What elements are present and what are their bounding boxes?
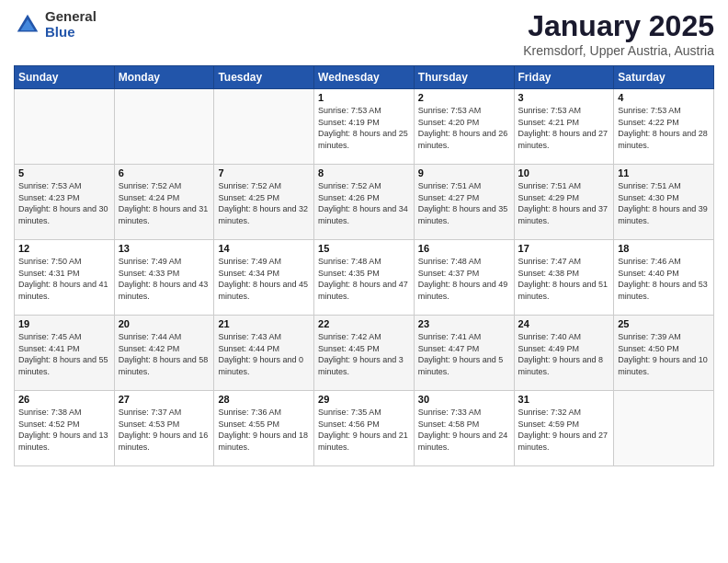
day-detail-30: Sunrise: 7:33 AM Sunset: 4:58 PM Dayligh… (418, 407, 510, 453)
day-detail-7: Sunrise: 7:52 AM Sunset: 4:25 PM Dayligh… (218, 180, 310, 226)
day-num-22: 22 (318, 318, 410, 329)
cell-w5-d2: 28Sunrise: 7:36 AM Sunset: 4:55 PM Dayli… (214, 391, 314, 466)
cell-w5-d3: 29Sunrise: 7:35 AM Sunset: 4:56 PM Dayli… (314, 391, 415, 466)
day-num-9: 9 (418, 167, 510, 178)
cell-w1-d0 (15, 89, 115, 165)
day-detail-10: Sunrise: 7:51 AM Sunset: 4:29 PM Dayligh… (518, 180, 610, 226)
day-num-27: 27 (119, 394, 210, 405)
day-num-25: 25 (618, 318, 710, 329)
cell-w4-d0: 19Sunrise: 7:45 AM Sunset: 4:41 PM Dayli… (15, 316, 115, 391)
cell-w2-d5: 10Sunrise: 7:51 AM Sunset: 4:29 PM Dayli… (514, 165, 614, 240)
cell-w5-d4: 30Sunrise: 7:33 AM Sunset: 4:58 PM Dayli… (414, 391, 514, 466)
day-num-21: 21 (218, 318, 310, 329)
col-monday: Monday (114, 66, 214, 89)
cell-w2-d0: 5Sunrise: 7:53 AM Sunset: 4:23 PM Daylig… (15, 165, 115, 240)
day-detail-28: Sunrise: 7:36 AM Sunset: 4:55 PM Dayligh… (218, 407, 310, 453)
day-detail-23: Sunrise: 7:41 AM Sunset: 4:47 PM Dayligh… (418, 331, 510, 377)
day-detail-25: Sunrise: 7:39 AM Sunset: 4:50 PM Dayligh… (618, 331, 710, 377)
day-num-18: 18 (618, 243, 710, 254)
calendar-header-row: Sunday Monday Tuesday Wednesday Thursday… (15, 66, 714, 89)
day-detail-9: Sunrise: 7:51 AM Sunset: 4:27 PM Dayligh… (418, 180, 510, 226)
day-detail-31: Sunrise: 7:32 AM Sunset: 4:59 PM Dayligh… (518, 407, 610, 453)
day-num-31: 31 (518, 394, 610, 405)
day-detail-8: Sunrise: 7:52 AM Sunset: 4:26 PM Dayligh… (318, 180, 410, 226)
day-detail-18: Sunrise: 7:46 AM Sunset: 4:40 PM Dayligh… (618, 256, 710, 302)
week-row-1: 1Sunrise: 7:53 AM Sunset: 4:19 PM Daylig… (15, 89, 714, 165)
day-detail-19: Sunrise: 7:45 AM Sunset: 4:41 PM Dayligh… (18, 331, 110, 377)
day-detail-20: Sunrise: 7:44 AM Sunset: 4:42 PM Dayligh… (119, 331, 210, 377)
col-sunday: Sunday (15, 66, 115, 89)
day-num-15: 15 (318, 243, 410, 254)
logo-icon (14, 11, 41, 39)
cell-w3-d2: 14Sunrise: 7:49 AM Sunset: 4:34 PM Dayli… (214, 240, 314, 316)
day-detail-22: Sunrise: 7:42 AM Sunset: 4:45 PM Dayligh… (318, 331, 410, 377)
day-num-13: 13 (119, 243, 210, 254)
cell-w4-d1: 20Sunrise: 7:44 AM Sunset: 4:42 PM Dayli… (114, 316, 214, 391)
cell-w1-d5: 3Sunrise: 7:53 AM Sunset: 4:21 PM Daylig… (514, 89, 614, 165)
col-friday: Friday (514, 66, 614, 89)
day-num-20: 20 (119, 318, 210, 329)
cell-w3-d5: 17Sunrise: 7:47 AM Sunset: 4:38 PM Dayli… (514, 240, 614, 316)
day-detail-13: Sunrise: 7:49 AM Sunset: 4:33 PM Dayligh… (119, 256, 210, 302)
week-row-2: 5Sunrise: 7:53 AM Sunset: 4:23 PM Daylig… (15, 165, 714, 240)
day-detail-27: Sunrise: 7:37 AM Sunset: 4:53 PM Dayligh… (119, 407, 210, 453)
day-detail-3: Sunrise: 7:53 AM Sunset: 4:21 PM Dayligh… (518, 105, 610, 151)
cell-w2-d4: 9Sunrise: 7:51 AM Sunset: 4:27 PM Daylig… (414, 165, 514, 240)
cell-w4-d3: 22Sunrise: 7:42 AM Sunset: 4:45 PM Dayli… (314, 316, 415, 391)
day-num-14: 14 (218, 243, 310, 254)
day-num-11: 11 (618, 167, 710, 178)
week-row-4: 19Sunrise: 7:45 AM Sunset: 4:41 PM Dayli… (15, 316, 714, 391)
logo: General Blue (14, 9, 97, 40)
cell-w5-d5: 31Sunrise: 7:32 AM Sunset: 4:59 PM Dayli… (514, 391, 614, 466)
month-title: January 2025 (523, 9, 714, 43)
cell-w3-d1: 13Sunrise: 7:49 AM Sunset: 4:33 PM Dayli… (114, 240, 214, 316)
cell-w1-d6: 4Sunrise: 7:53 AM Sunset: 4:22 PM Daylig… (614, 89, 714, 165)
cell-w2-d2: 7Sunrise: 7:52 AM Sunset: 4:25 PM Daylig… (214, 165, 314, 240)
day-detail-14: Sunrise: 7:49 AM Sunset: 4:34 PM Dayligh… (218, 256, 310, 302)
cell-w3-d6: 18Sunrise: 7:46 AM Sunset: 4:40 PM Dayli… (614, 240, 714, 316)
day-num-24: 24 (518, 318, 610, 329)
cell-w3-d4: 16Sunrise: 7:48 AM Sunset: 4:37 PM Dayli… (414, 240, 514, 316)
day-num-1: 1 (318, 92, 410, 103)
cell-w2-d6: 11Sunrise: 7:51 AM Sunset: 4:30 PM Dayli… (614, 165, 714, 240)
day-num-4: 4 (618, 92, 710, 103)
col-wednesday: Wednesday (314, 66, 415, 89)
col-thursday: Thursday (414, 66, 514, 89)
cell-w1-d3: 1Sunrise: 7:53 AM Sunset: 4:19 PM Daylig… (314, 89, 415, 165)
day-num-17: 17 (518, 243, 610, 254)
cell-w2-d1: 6Sunrise: 7:52 AM Sunset: 4:24 PM Daylig… (114, 165, 214, 240)
cell-w1-d4: 2Sunrise: 7:53 AM Sunset: 4:20 PM Daylig… (414, 89, 514, 165)
logo-blue: Blue (45, 25, 97, 40)
day-num-23: 23 (418, 318, 510, 329)
day-detail-26: Sunrise: 7:38 AM Sunset: 4:52 PM Dayligh… (18, 407, 110, 453)
day-detail-12: Sunrise: 7:50 AM Sunset: 4:31 PM Dayligh… (18, 256, 110, 302)
day-num-26: 26 (18, 394, 110, 405)
logo-text: General Blue (45, 9, 97, 40)
day-num-10: 10 (518, 167, 610, 178)
day-detail-11: Sunrise: 7:51 AM Sunset: 4:30 PM Dayligh… (618, 180, 710, 226)
cell-w4-d4: 23Sunrise: 7:41 AM Sunset: 4:47 PM Dayli… (414, 316, 514, 391)
cell-w1-d2 (214, 89, 314, 165)
day-detail-29: Sunrise: 7:35 AM Sunset: 4:56 PM Dayligh… (318, 407, 410, 453)
week-row-3: 12Sunrise: 7:50 AM Sunset: 4:31 PM Dayli… (15, 240, 714, 316)
cell-w5-d0: 26Sunrise: 7:38 AM Sunset: 4:52 PM Dayli… (15, 391, 115, 466)
day-num-12: 12 (18, 243, 110, 254)
day-num-16: 16 (418, 243, 510, 254)
day-detail-2: Sunrise: 7:53 AM Sunset: 4:20 PM Dayligh… (418, 105, 510, 151)
day-detail-16: Sunrise: 7:48 AM Sunset: 4:37 PM Dayligh… (418, 256, 510, 302)
day-detail-17: Sunrise: 7:47 AM Sunset: 4:38 PM Dayligh… (518, 256, 610, 302)
cell-w4-d2: 21Sunrise: 7:43 AM Sunset: 4:44 PM Dayli… (214, 316, 314, 391)
logo-general: General (45, 9, 97, 25)
cell-w4-d6: 25Sunrise: 7:39 AM Sunset: 4:50 PM Dayli… (614, 316, 714, 391)
subtitle: Kremsdorf, Upper Austria, Austria (523, 43, 714, 58)
day-num-6: 6 (119, 167, 210, 178)
day-detail-21: Sunrise: 7:43 AM Sunset: 4:44 PM Dayligh… (218, 331, 310, 377)
day-num-8: 8 (318, 167, 410, 178)
day-detail-4: Sunrise: 7:53 AM Sunset: 4:22 PM Dayligh… (618, 105, 710, 151)
cell-w5-d1: 27Sunrise: 7:37 AM Sunset: 4:53 PM Dayli… (114, 391, 214, 466)
day-detail-5: Sunrise: 7:53 AM Sunset: 4:23 PM Dayligh… (18, 180, 110, 226)
cell-w3-d3: 15Sunrise: 7:48 AM Sunset: 4:35 PM Dayli… (314, 240, 415, 316)
day-num-2: 2 (418, 92, 510, 103)
col-saturday: Saturday (614, 66, 714, 89)
cell-w5-d6 (614, 391, 714, 466)
